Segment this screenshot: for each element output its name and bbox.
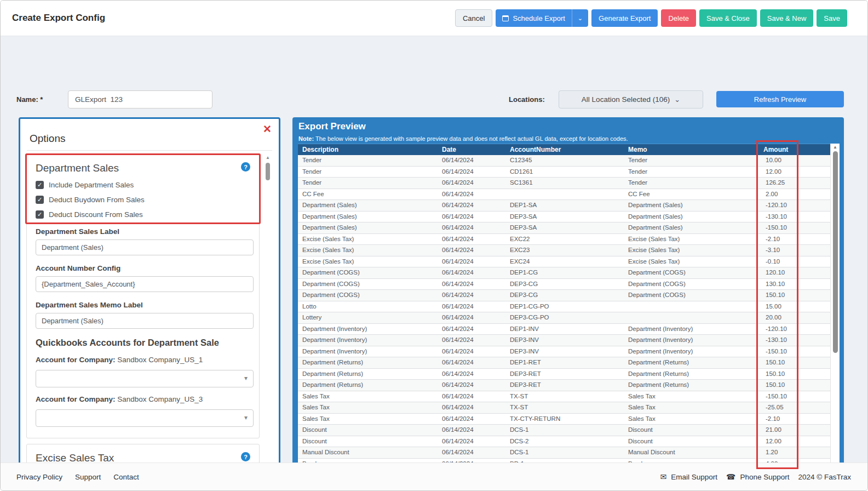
department-sales-memo-input[interactable]	[36, 313, 254, 329]
table-cell: 12.00	[759, 167, 806, 178]
table-cell: Discount	[298, 436, 438, 447]
table-cell: -150.10	[759, 346, 806, 357]
table-row[interactable]: Tender06/14/2024CD1261Tender12.00	[298, 167, 830, 178]
table-row[interactable]: Sales Tax06/14/2024TX-STSales Tax-25.05	[298, 402, 830, 414]
email-support-link[interactable]: ✉ Email Support	[660, 472, 717, 481]
preview-table-header: Description Date AccountNumber Memo Amou…	[298, 144, 830, 155]
department-sales-label-input[interactable]	[36, 239, 254, 255]
table-cell: 06/14/2024	[438, 167, 505, 178]
column-header-description[interactable]: Description	[298, 144, 438, 155]
close-icon[interactable]: ✕	[263, 124, 272, 134]
table-cell: -150.10	[759, 391, 806, 402]
table-row[interactable]: Department (Sales)06/14/2024DEP3-SADepar…	[298, 212, 830, 223]
table-cell: 06/14/2024	[438, 312, 505, 323]
account-select-company-us3[interactable]: ▾	[36, 409, 254, 427]
column-header-amount[interactable]: Amount	[759, 144, 806, 155]
locations-dropdown[interactable]: All Location Selected (106) ⌄	[559, 90, 703, 109]
checkbox-checked-icon[interactable]: ✓	[36, 181, 44, 189]
deduct-discount-checkbox-row[interactable]: ✓ Deduct Discount From Sales	[36, 210, 250, 219]
table-cell-filler	[806, 346, 830, 357]
save-close-button[interactable]: Save & Close	[699, 9, 757, 27]
note-text: The below view is generated with sample …	[314, 135, 628, 142]
table-row[interactable]: Department (Returns)06/14/2024DEP3-RETDe…	[298, 369, 830, 380]
table-cell: Tender	[298, 155, 438, 166]
account-number-config-input[interactable]	[36, 276, 254, 292]
table-row[interactable]: Sales Tax06/14/2024TX-CTY-RETURNSales Ta…	[298, 414, 830, 425]
cancel-button[interactable]: Cancel	[455, 9, 492, 27]
table-row[interactable]: Department (COGS)06/14/2024DEP3-CGDepart…	[298, 279, 830, 290]
table-row[interactable]: Department (Returns)06/14/2024DEP3-RETDe…	[298, 380, 830, 391]
privacy-policy-link[interactable]: Privacy Policy	[16, 473, 62, 481]
table-cell: EXC23	[505, 245, 624, 256]
name-input[interactable]	[68, 90, 212, 109]
column-header-memo[interactable]: Memo	[624, 144, 759, 155]
scroll-up-icon[interactable]: ▲	[265, 155, 271, 160]
account-company-1-label: Account for Company: Sandbox Company_US_…	[36, 356, 250, 364]
table-row[interactable]: Department (Inventory)06/14/2024DEP1-INV…	[298, 324, 830, 335]
select-caret-icon: ▾	[244, 414, 248, 421]
table-row[interactable]: Discount06/14/2024DCS-2Discount12.00	[298, 436, 830, 448]
account-select-company-us1[interactable]: ▾	[36, 370, 254, 387]
table-row[interactable]: Department (Sales)06/14/2024DEP3-SADepar…	[298, 222, 830, 234]
table-row[interactable]: Sales Tax06/14/2024TX-STSales Tax-150.10	[298, 391, 830, 403]
column-header-date[interactable]: Date	[438, 144, 505, 155]
phone-icon: ☎	[726, 472, 735, 481]
table-cell-filler	[806, 436, 830, 447]
table-cell-filler	[806, 391, 830, 402]
table-row[interactable]: Lottery06/14/2024DEP3-CG-PO20.00	[298, 312, 830, 324]
table-cell: Manual Discount	[298, 447, 438, 458]
table-row[interactable]: Department (COGS)06/14/2024DEP3-CGDepart…	[298, 290, 830, 301]
support-link[interactable]: Support	[75, 473, 101, 481]
table-row[interactable]: Excise (Sales Tax)06/14/2024EXC23Excise …	[298, 245, 830, 256]
scrollbar-thumb[interactable]	[833, 151, 838, 353]
table-row[interactable]: Manual Discount06/14/2024DCS-1Manual Dis…	[298, 447, 830, 459]
table-cell-filler	[806, 324, 830, 335]
generate-export-button[interactable]: Generate Export	[591, 9, 658, 27]
note-prefix: Note:	[298, 135, 314, 142]
export-preview-panel: Export Preview Note: The below view is g…	[292, 117, 844, 473]
scroll-up-icon[interactable]: ▲	[831, 145, 840, 150]
table-cell: Excise (Sales Tax)	[624, 245, 759, 256]
preview-table: Description Date AccountNumber Memo Amou…	[298, 144, 840, 470]
table-row[interactable]: CC Fee06/14/2024CC Fee2.00	[298, 189, 830, 201]
table-cell: DEP3-CG-PO	[505, 312, 624, 323]
save-new-button[interactable]: Save & New	[760, 9, 814, 27]
refresh-preview-button[interactable]: Refresh Preview	[716, 91, 844, 107]
table-row[interactable]: Tender06/14/2024SC1361Tender126.25	[298, 178, 830, 189]
help-icon[interactable]: ?	[241, 452, 250, 461]
table-row[interactable]: Department (Inventory)06/14/2024DEP3-INV…	[298, 335, 830, 346]
checkbox-checked-icon[interactable]: ✓	[36, 196, 44, 204]
schedule-export-caret[interactable]: ⌄	[572, 9, 588, 27]
help-icon[interactable]: ?	[241, 162, 250, 172]
locations-label: Locations:	[509, 95, 545, 104]
table-row[interactable]: Lotto06/14/2024DEP1-CG-PO15.00	[298, 301, 830, 313]
table-scrollbar[interactable]: ▲ ▼	[830, 144, 840, 470]
table-cell-filler	[806, 414, 830, 425]
table-row[interactable]: Excise (Sales Tax)06/14/2024EXC22Excise …	[298, 234, 830, 246]
table-cell: Department (Inventory)	[298, 335, 438, 346]
checkbox-checked-icon[interactable]: ✓	[36, 210, 44, 219]
save-button[interactable]: Save	[817, 9, 847, 27]
delete-button[interactable]: Delete	[661, 9, 696, 27]
table-row[interactable]: Department (Inventory)06/14/2024DEP3-INV…	[298, 346, 830, 358]
table-row[interactable]: Department (COGS)06/14/2024DEP1-CGDepart…	[298, 267, 830, 279]
table-cell: DEP1-CG	[505, 267, 624, 278]
table-row[interactable]: Department (Returns)06/14/2024DEP1-RETDe…	[298, 357, 830, 369]
column-header-accountnumber[interactable]: AccountNumber	[505, 144, 624, 155]
include-department-sales-checkbox-row[interactable]: ✓ Include Department Sales	[36, 181, 250, 189]
table-cell: Sales Tax	[298, 391, 438, 402]
table-cell: -130.10	[759, 335, 806, 346]
table-row[interactable]: Department (Sales)06/14/2024DEP1-SADepar…	[298, 200, 830, 212]
schedule-export-button[interactable]: Schedule Export ⌄	[496, 9, 588, 27]
phone-support-link[interactable]: ☎ Phone Support	[726, 472, 790, 481]
table-row[interactable]: Tender06/14/2024C12345Tender10.00	[298, 155, 830, 167]
options-scrollbar[interactable]: ▲ ▼	[265, 155, 271, 469]
table-cell: 06/14/2024	[438, 290, 505, 301]
deduct-buydown-checkbox-row[interactable]: ✓ Deduct Buydown From Sales	[36, 196, 250, 204]
contact-link[interactable]: Contact	[113, 473, 139, 481]
table-row[interactable]: Excise (Sales Tax)06/14/2024EXC24Excise …	[298, 256, 830, 268]
scrollbar-thumb[interactable]	[266, 163, 270, 180]
table-cell: Department (COGS)	[624, 290, 759, 301]
table-cell: Sales Tax	[298, 402, 438, 413]
table-row[interactable]: Discount06/14/2024DCS-1Discount21.00	[298, 425, 830, 436]
